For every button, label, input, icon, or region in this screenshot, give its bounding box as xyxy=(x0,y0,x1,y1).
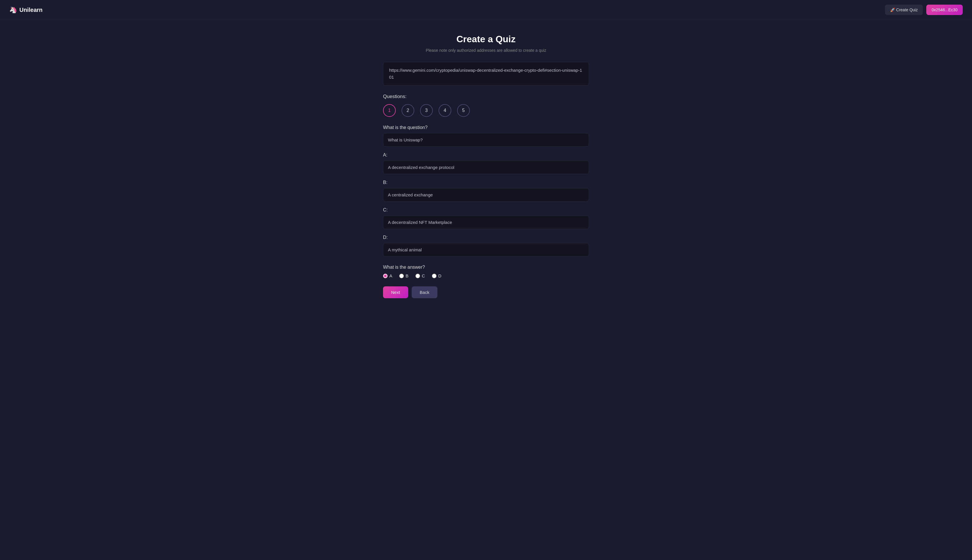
radio-c[interactable] xyxy=(415,273,420,278)
radio-c-label: C xyxy=(422,273,425,278)
page-subtitle: Please note only authorized addresses ar… xyxy=(383,48,589,53)
question-num-1[interactable]: 1 xyxy=(383,104,396,117)
radio-a-label: A xyxy=(389,273,392,278)
option-a-input[interactable] xyxy=(383,160,589,174)
wallet-button[interactable]: 0x2546...Ec30 xyxy=(926,5,963,15)
radio-option-d[interactable]: D xyxy=(432,273,442,278)
radio-d[interactable] xyxy=(432,273,437,278)
radio-option-a[interactable]: A xyxy=(383,273,392,278)
header-actions: 🚀 Create Quiz 0x2546...Ec30 xyxy=(885,5,963,15)
main-content: Create a Quiz Please note only authorize… xyxy=(376,20,596,312)
next-button[interactable]: Next xyxy=(383,287,408,298)
question-num-2[interactable]: 2 xyxy=(402,104,414,117)
answer-section: What is the answer? A B C D xyxy=(383,265,589,278)
questions-section-label: Questions: xyxy=(383,94,589,100)
radio-option-b[interactable]: B xyxy=(399,273,408,278)
option-c-label: C: xyxy=(383,207,589,213)
question-field-label: What is the question? xyxy=(383,125,589,130)
radio-group: A B C D xyxy=(383,273,589,278)
question-input[interactable] xyxy=(383,133,589,147)
option-a-label: A: xyxy=(383,152,589,158)
question-nav: 1 2 3 4 5 xyxy=(383,104,589,117)
create-quiz-button[interactable]: 🚀 Create Quiz xyxy=(885,5,923,15)
option-b-label: B: xyxy=(383,180,589,185)
radio-b[interactable] xyxy=(399,273,404,278)
url-display: https://www.gemini.com/cryptopedia/unisw… xyxy=(383,62,589,86)
option-b-input[interactable] xyxy=(383,188,589,202)
page-title: Create a Quiz xyxy=(383,34,589,45)
radio-option-c[interactable]: C xyxy=(415,273,425,278)
question-num-3[interactable]: 3 xyxy=(420,104,433,117)
option-d-input[interactable] xyxy=(383,243,589,257)
logo-text: Unilearn xyxy=(19,7,43,13)
logo-icon: 🦄 xyxy=(9,6,17,13)
question-num-4[interactable]: 4 xyxy=(438,104,451,117)
header: 🦄 Unilearn 🚀 Create Quiz 0x2546...Ec30 xyxy=(0,0,972,20)
back-button[interactable]: Back xyxy=(412,287,437,298)
radio-a[interactable] xyxy=(383,273,388,278)
radio-d-label: D xyxy=(438,273,442,278)
question-num-5[interactable]: 5 xyxy=(457,104,470,117)
button-row: Next Back xyxy=(383,287,589,298)
answer-label: What is the answer? xyxy=(383,265,589,270)
radio-b-label: B xyxy=(405,273,408,278)
option-c-input[interactable] xyxy=(383,215,589,229)
option-d-label: D: xyxy=(383,235,589,240)
logo: 🦄 Unilearn xyxy=(9,6,43,13)
